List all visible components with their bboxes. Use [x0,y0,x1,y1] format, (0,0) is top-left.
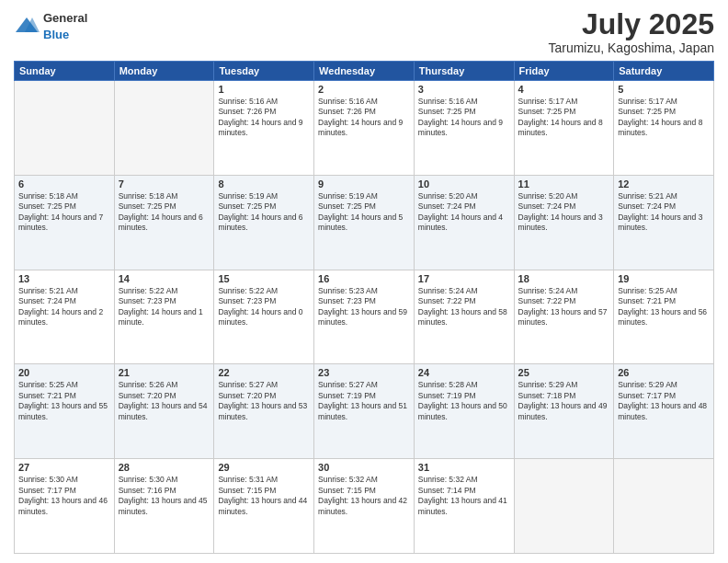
calendar-cell: 3Sunrise: 5:16 AM Sunset: 7:25 PM Daylig… [414,81,514,176]
calendar-cell: 7Sunrise: 5:18 AM Sunset: 7:25 PM Daylig… [114,175,214,270]
day-info: Sunrise: 5:24 AM Sunset: 7:22 PM Dayligh… [518,286,610,328]
calendar-week-5: 27Sunrise: 5:30 AM Sunset: 7:17 PM Dayli… [15,459,714,554]
day-number: 13 [18,273,110,284]
day-info: Sunrise: 5:31 AM Sunset: 7:15 PM Dayligh… [218,475,310,517]
calendar-cell: 12Sunrise: 5:21 AM Sunset: 7:24 PM Dayli… [614,175,714,270]
calendar-cell: 2Sunrise: 5:16 AM Sunset: 7:26 PM Daylig… [314,81,415,176]
calendar-cell [15,81,115,176]
day-info: Sunrise: 5:32 AM Sunset: 7:15 PM Dayligh… [318,475,410,517]
month-year: July 2025 [548,9,714,39]
title-block: July 2025 Tarumizu, Kagoshima, Japan [548,9,714,55]
calendar-week-1: 1Sunrise: 5:16 AM Sunset: 7:26 PM Daylig… [15,81,714,176]
day-info: Sunrise: 5:17 AM Sunset: 7:25 PM Dayligh… [518,97,610,139]
day-number: 29 [218,462,310,473]
day-info: Sunrise: 5:16 AM Sunset: 7:26 PM Dayligh… [318,97,410,139]
day-number: 17 [418,273,510,284]
day-number: 5 [618,84,710,95]
day-number: 15 [218,273,310,284]
calendar-cell: 20Sunrise: 5:25 AM Sunset: 7:21 PM Dayli… [15,364,115,459]
day-info: Sunrise: 5:25 AM Sunset: 7:21 PM Dayligh… [618,286,710,328]
calendar-cell: 5Sunrise: 5:17 AM Sunset: 7:25 PM Daylig… [614,81,714,176]
day-info: Sunrise: 5:16 AM Sunset: 7:26 PM Dayligh… [218,97,310,139]
logo-text: General Blue [43,9,87,42]
weekday-header-thursday: Thursday [414,62,514,81]
day-number: 21 [119,367,210,378]
day-number: 24 [418,367,510,378]
day-number: 16 [318,273,410,284]
calendar-page: General Blue July 2025 Tarumizu, Kagoshi… [0,0,728,563]
calendar-week-3: 13Sunrise: 5:21 AM Sunset: 7:24 PM Dayli… [15,270,714,364]
day-number: 30 [318,462,410,473]
header: General Blue July 2025 Tarumizu, Kagoshi… [14,9,714,55]
day-info: Sunrise: 5:27 AM Sunset: 7:20 PM Dayligh… [218,380,310,422]
calendar-cell: 27Sunrise: 5:30 AM Sunset: 7:17 PM Dayli… [15,459,115,554]
calendar-cell [614,459,714,554]
day-info: Sunrise: 5:18 AM Sunset: 7:25 PM Dayligh… [119,191,210,234]
calendar-cell: 23Sunrise: 5:27 AM Sunset: 7:19 PM Dayli… [314,364,415,459]
day-info: Sunrise: 5:16 AM Sunset: 7:25 PM Dayligh… [418,97,510,139]
day-number: 28 [119,462,210,473]
calendar-cell: 13Sunrise: 5:21 AM Sunset: 7:24 PM Dayli… [15,270,115,364]
weekday-header-friday: Friday [514,62,614,81]
day-info: Sunrise: 5:30 AM Sunset: 7:16 PM Dayligh… [119,475,210,517]
day-info: Sunrise: 5:19 AM Sunset: 7:25 PM Dayligh… [318,191,410,234]
day-number: 23 [318,367,410,378]
calendar-cell: 17Sunrise: 5:24 AM Sunset: 7:22 PM Dayli… [414,270,514,364]
day-info: Sunrise: 5:28 AM Sunset: 7:19 PM Dayligh… [418,380,510,422]
weekday-header-tuesday: Tuesday [214,62,314,81]
day-info: Sunrise: 5:19 AM Sunset: 7:25 PM Dayligh… [218,191,310,234]
day-number: 12 [618,178,710,190]
calendar-cell: 4Sunrise: 5:17 AM Sunset: 7:25 PM Daylig… [514,81,614,176]
day-info: Sunrise: 5:30 AM Sunset: 7:17 PM Dayligh… [18,475,110,517]
calendar-cell: 14Sunrise: 5:22 AM Sunset: 7:23 PM Dayli… [114,270,214,364]
day-number: 8 [218,178,310,190]
weekday-header-row: SundayMondayTuesdayWednesdayThursdayFrid… [15,62,714,81]
calendar-cell: 8Sunrise: 5:19 AM Sunset: 7:25 PM Daylig… [214,175,314,270]
day-info: Sunrise: 5:23 AM Sunset: 7:23 PM Dayligh… [318,286,410,328]
day-number: 9 [318,178,410,190]
day-info: Sunrise: 5:24 AM Sunset: 7:22 PM Dayligh… [418,286,510,328]
calendar-week-2: 6Sunrise: 5:18 AM Sunset: 7:25 PM Daylig… [15,175,714,270]
calendar-cell: 1Sunrise: 5:16 AM Sunset: 7:26 PM Daylig… [214,81,314,176]
calendar-cell: 11Sunrise: 5:20 AM Sunset: 7:24 PM Dayli… [514,175,614,270]
calendar-table: SundayMondayTuesdayWednesdayThursdayFrid… [14,61,714,554]
day-number: 11 [518,178,610,190]
day-info: Sunrise: 5:21 AM Sunset: 7:24 PM Dayligh… [618,191,710,234]
day-number: 2 [318,84,410,95]
weekday-header-wednesday: Wednesday [314,62,415,81]
logo-blue: Blue [43,28,69,41]
calendar-cell: 22Sunrise: 5:27 AM Sunset: 7:20 PM Dayli… [214,364,314,459]
day-number: 19 [618,273,710,284]
weekday-header-saturday: Saturday [614,62,714,81]
day-number: 3 [418,84,510,95]
day-number: 1 [218,84,310,95]
calendar-week-4: 20Sunrise: 5:25 AM Sunset: 7:21 PM Dayli… [15,364,714,459]
day-number: 27 [18,462,110,473]
calendar-cell: 26Sunrise: 5:29 AM Sunset: 7:17 PM Dayli… [614,364,714,459]
day-number: 7 [119,178,210,190]
calendar-cell [114,81,214,176]
day-info: Sunrise: 5:25 AM Sunset: 7:21 PM Dayligh… [18,380,110,422]
day-number: 10 [418,178,510,190]
calendar-cell: 15Sunrise: 5:22 AM Sunset: 7:23 PM Dayli… [214,270,314,364]
logo-icon [14,16,40,36]
day-number: 14 [119,273,210,284]
calendar-cell: 31Sunrise: 5:32 AM Sunset: 7:14 PM Dayli… [414,459,514,554]
calendar-cell [514,459,614,554]
day-info: Sunrise: 5:29 AM Sunset: 7:17 PM Dayligh… [618,380,710,422]
calendar-cell: 21Sunrise: 5:26 AM Sunset: 7:20 PM Dayli… [114,364,214,459]
logo: General Blue [14,9,87,42]
logo-general: General [43,11,87,25]
calendar-cell: 9Sunrise: 5:19 AM Sunset: 7:25 PM Daylig… [314,175,415,270]
day-info: Sunrise: 5:21 AM Sunset: 7:24 PM Dayligh… [18,286,110,328]
day-number: 26 [618,367,710,378]
day-number: 31 [418,462,510,473]
calendar-cell: 29Sunrise: 5:31 AM Sunset: 7:15 PM Dayli… [214,459,314,554]
day-info: Sunrise: 5:22 AM Sunset: 7:23 PM Dayligh… [119,286,210,328]
calendar-cell: 24Sunrise: 5:28 AM Sunset: 7:19 PM Dayli… [414,364,514,459]
calendar-cell: 28Sunrise: 5:30 AM Sunset: 7:16 PM Dayli… [114,459,214,554]
calendar-cell: 10Sunrise: 5:20 AM Sunset: 7:24 PM Dayli… [414,175,514,270]
calendar-cell: 19Sunrise: 5:25 AM Sunset: 7:21 PM Dayli… [614,270,714,364]
day-info: Sunrise: 5:26 AM Sunset: 7:20 PM Dayligh… [119,380,210,422]
calendar-cell: 18Sunrise: 5:24 AM Sunset: 7:22 PM Dayli… [514,270,614,364]
